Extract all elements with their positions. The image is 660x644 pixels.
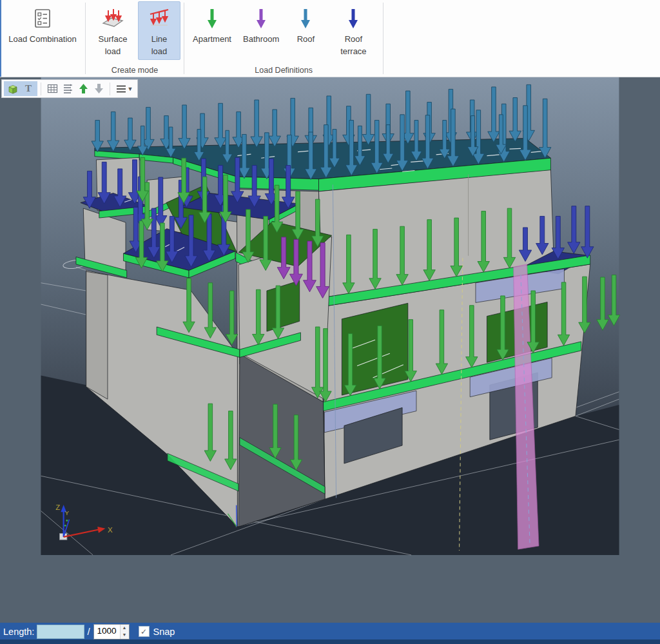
load-definition-label: Roof xyxy=(297,34,315,46)
load-definition-label: Apartment xyxy=(193,34,231,46)
ribbon-group-label: Create mode xyxy=(112,64,158,77)
length-divider: / xyxy=(87,626,90,637)
surface-load-icon xyxy=(101,6,125,31)
down-arrow-icon xyxy=(206,6,218,31)
load-definition-button[interactable]: Apartment xyxy=(188,1,237,48)
chevron-down-icon: ▼ xyxy=(128,86,133,92)
line-load-label: Line load xyxy=(143,34,175,58)
view-mode-segment: T xyxy=(4,81,37,96)
line-load-button[interactable]: Line load xyxy=(138,1,180,60)
line-load-icon xyxy=(148,6,171,31)
scene-line xyxy=(509,148,521,149)
solid-view-cube-icon[interactable] xyxy=(6,82,20,96)
load-definition-button[interactable]: Roof terrace xyxy=(327,1,380,60)
length-label: Length: xyxy=(3,627,34,637)
3d-scene: ZYX xyxy=(0,77,660,623)
ribbon-group-create-mode: Surface load xyxy=(86,0,184,77)
line-loads-icon[interactable] xyxy=(61,82,75,96)
scene-line xyxy=(237,505,237,526)
snap-checkbox[interactable]: ✓ xyxy=(139,626,150,637)
load-definition-label: Roof terrace xyxy=(332,34,374,58)
text-labels-icon[interactable]: T xyxy=(21,82,35,96)
axis-label: Z xyxy=(55,503,60,511)
load-definition-label: Bathroom xyxy=(243,34,279,46)
arrow-up-icon[interactable] xyxy=(76,82,90,96)
load-definition-button[interactable]: Roof xyxy=(286,1,325,48)
step-spinner: ▲ ▼ xyxy=(93,624,130,639)
3d-viewport[interactable]: ZYX T xyxy=(0,77,660,623)
wall-shaded xyxy=(86,271,108,399)
surface-load-label: Surface load xyxy=(94,34,131,58)
grid-icon[interactable] xyxy=(45,82,59,96)
surface-load-button[interactable]: Surface load xyxy=(89,1,137,60)
axis-label: Y xyxy=(64,509,69,516)
viewport-toolbar: T xyxy=(1,79,138,98)
spinner-up-icon[interactable]: ▲ xyxy=(121,625,129,632)
axis-y-tick xyxy=(64,525,66,527)
application-window: Load Combination xyxy=(0,0,660,644)
arrow-down-icon[interactable] xyxy=(92,82,106,96)
load-definition-button[interactable]: Bathroom xyxy=(238,1,284,48)
load-combination-label: Load Combination xyxy=(8,34,77,46)
toolbar-separator xyxy=(110,83,110,95)
down-arrow-icon xyxy=(347,6,360,31)
ribbon-group-load-definitions: Apartment Bathroom Roof Roof terrace Loa… xyxy=(184,0,383,77)
load-combination-icon xyxy=(33,6,52,31)
length-input[interactable] xyxy=(37,625,84,639)
window-edge xyxy=(0,0,1,77)
snap-label: Snap xyxy=(153,627,175,637)
axis-label: X xyxy=(108,526,113,534)
group-separator xyxy=(383,3,383,74)
down-arrow-icon xyxy=(255,6,267,31)
ribbon-toolbar: Load Combination xyxy=(0,0,660,77)
toolbar-separator xyxy=(41,83,41,95)
ribbon-group-load-combination: Load Combination xyxy=(0,0,85,77)
view-menu-icon[interactable]: ▼ xyxy=(114,82,135,96)
status-bar: Length: / ▲ ▼ ✓ Snap xyxy=(0,623,660,644)
load-combination-button[interactable]: Load Combination xyxy=(3,1,82,48)
axis-y-tick xyxy=(66,520,68,522)
down-arrow-icon xyxy=(299,6,312,31)
ribbon-group-label: Load Definitions xyxy=(255,64,313,77)
step-value-input[interactable] xyxy=(94,625,120,638)
status-bar-edge xyxy=(0,639,660,644)
spinner-down-icon[interactable]: ▼ xyxy=(121,632,129,639)
